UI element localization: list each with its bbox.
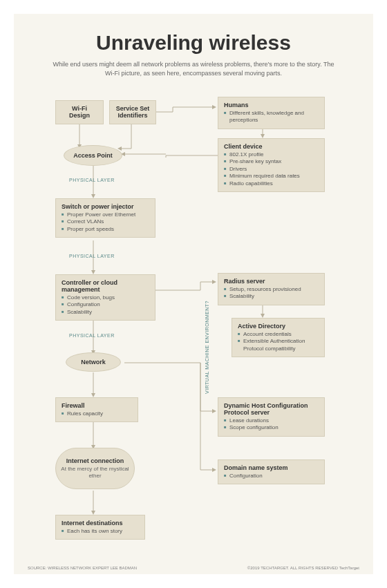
dhcp-item: Scope configuration <box>224 424 319 431</box>
radius-item: Scalability <box>224 293 319 300</box>
humans-box: Humans Different skills, knowledge and p… <box>218 97 325 129</box>
client-item: Minimum required data rates <box>224 173 319 180</box>
switch-box: Switch or power injector Proper Power ov… <box>55 198 155 238</box>
controller-item: Scalability <box>62 309 149 316</box>
dns-item: Configuration <box>224 473 319 480</box>
page-title: Unraveling wireless <box>14 31 373 55</box>
client-item: Radio capabilities <box>224 180 319 187</box>
ad-title: Active Directory <box>238 323 319 330</box>
ad-box: Active Directory Account credentials Ext… <box>232 318 325 357</box>
dhcp-title: Dynamic Host Configuration Protocol serv… <box>224 402 319 416</box>
subtitle: While end users might deem all network p… <box>48 60 339 77</box>
controller-item: Configuration <box>62 301 149 308</box>
svg-marker-16 <box>212 280 216 284</box>
physical-layer-label-1: PHYSICAL LAYER <box>69 178 115 182</box>
internet-title: Internet connection <box>66 457 124 464</box>
radius-title: Radius server <box>224 278 319 285</box>
internet-cloud: Internet connection At the mercy of the … <box>55 448 135 489</box>
network-oval: Network <box>66 352 121 372</box>
ssid-box: Service Set Identifiers <box>109 100 156 124</box>
network-text: Network <box>81 359 106 366</box>
controller-title: Controller or cloud management <box>62 279 149 293</box>
humans-title: Humans <box>224 102 319 108</box>
switch-item: Proper Power over Ethernet <box>62 211 149 218</box>
dhcp-box: Dynamic Host Configuration Protocol serv… <box>218 397 325 437</box>
physical-layer-label-3: PHYSICAL LAYER <box>69 333 115 338</box>
svg-marker-23 <box>212 468 216 472</box>
radius-item: Setup, resources provisioned <box>224 286 319 293</box>
controller-box: Controller or cloud management Code vers… <box>55 274 155 321</box>
controller-item: Code version, bugs <box>62 294 149 301</box>
destinations-box: Internet destinations Each has its own s… <box>55 515 145 540</box>
wifi-design-box: Wi-Fi Design <box>55 100 104 124</box>
vm-environment-label: VIRTUAL MACHINE ENVIRONMENT? <box>205 301 209 394</box>
access-point-oval: Access Point <box>64 145 122 166</box>
destinations-title: Internet destinations <box>62 520 139 527</box>
svg-marker-5 <box>212 105 216 109</box>
ad-item: Account credentials <box>238 331 319 338</box>
dhcp-item: Lease durations <box>224 417 319 424</box>
footer-copyright: ©2019 TECHTARGET. ALL RIGHTS RESERVED Te… <box>247 566 359 570</box>
svg-marker-22 <box>212 409 216 413</box>
radius-box: Radius server Setup, resources provision… <box>218 273 325 305</box>
internet-sub: At the mercy of the mystical ether <box>56 466 134 479</box>
dns-title: Domain name system <box>224 464 319 471</box>
client-device-title: Client device <box>224 143 319 150</box>
humans-item: Different skills, knowledge and percepti… <box>224 110 319 124</box>
firewall-title: Firewall <box>62 402 132 409</box>
footer-source: SOURCE: WIRELESS NETWORK EXPERT LEE BADM… <box>28 566 137 570</box>
wifi-design-title: Wi-Fi Design <box>62 105 97 119</box>
firewall-box: Firewall Rules capacity <box>55 397 138 422</box>
client-item: Pre-share key syntax <box>224 158 319 165</box>
destinations-item: Each has its own story <box>62 528 139 535</box>
ad-item: Extensible Authentication Protocol compa… <box>238 338 319 352</box>
switch-item: Correct VLANs <box>62 218 149 225</box>
client-item: 802.1X profile <box>224 151 319 158</box>
client-item: Drivers <box>224 166 319 173</box>
physical-layer-label-2: PHYSICAL LAYER <box>69 254 115 258</box>
firewall-item: Rules capacity <box>62 410 132 417</box>
switch-title: Switch or power injector <box>62 203 149 210</box>
switch-item: Proper port speeds <box>62 226 149 233</box>
client-device-box: Client device 802.1X profile Pre-share k… <box>218 138 325 192</box>
dns-box: Domain name system Configuration <box>218 459 325 484</box>
ssid-title: Service Set Identifiers <box>115 105 150 119</box>
access-point-text: Access Point <box>73 152 113 159</box>
